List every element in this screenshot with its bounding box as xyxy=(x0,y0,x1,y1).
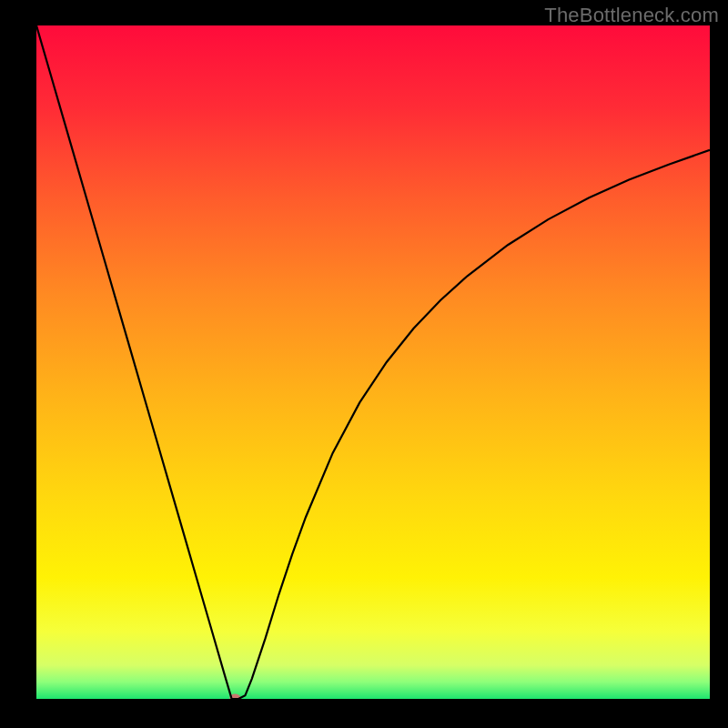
watermark-text: TheBottleneck.com xyxy=(544,4,719,27)
plot-background xyxy=(36,25,710,699)
chart-svg xyxy=(36,25,710,699)
chart-frame: TheBottleneck.com xyxy=(0,0,728,728)
